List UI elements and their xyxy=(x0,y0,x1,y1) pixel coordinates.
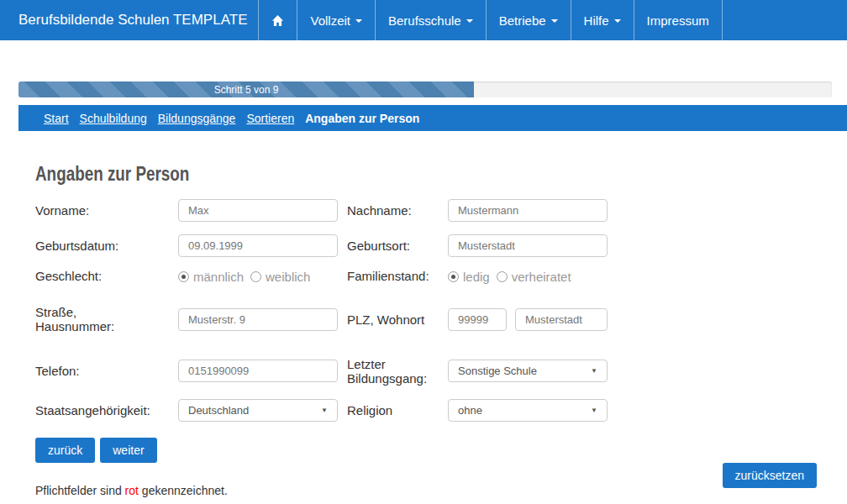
note-prefix: Pflichtfelder sind xyxy=(35,484,125,497)
page-title: Angaben zur Person xyxy=(35,163,676,186)
nav-buttons: zurück weiter xyxy=(35,438,817,463)
radio-selected-icon xyxy=(448,271,459,282)
nav-berufsschule[interactable]: Berufsschule xyxy=(375,0,486,40)
staatsangehoerigkeit-select[interactable]: Deutschland ▼ xyxy=(178,399,338,422)
caret-down-icon xyxy=(551,19,558,23)
row-name: Vorname: Nachname: xyxy=(35,199,817,222)
nav-betriebe[interactable]: Betriebe xyxy=(486,0,571,40)
radio-verheiratet[interactable]: verheiratet xyxy=(497,270,571,284)
strasse-input[interactable] xyxy=(178,308,338,331)
breadcrumb: Start Schulbildung Bildungsgänge Sortier… xyxy=(18,105,847,131)
nachname-label: Nachname: xyxy=(347,203,448,218)
radio-weiblich-label: weiblich xyxy=(266,270,310,284)
select-caret-icon: ▼ xyxy=(591,367,597,375)
breadcrumb-current: Angaben zur Person xyxy=(305,112,419,125)
top-navbar: Berufsbildende Schulen TEMPLATE Vollzeit… xyxy=(0,0,847,40)
familienstand-radio-group: ledig verheiratet xyxy=(448,270,608,284)
strasse-label-line2: Hausnummer: xyxy=(35,319,178,333)
row-nationality-religion: Staatsangehörigkeit: Deutschland ▼ Relig… xyxy=(35,399,817,422)
row-birth: Geburtsdatum: Geburtsort: xyxy=(35,234,817,257)
home-icon xyxy=(271,14,284,27)
breadcrumb-link-start[interactable]: Start xyxy=(44,112,69,125)
geschlecht-radio-group: männlich weiblich xyxy=(178,270,338,284)
religion-label: Religion xyxy=(347,403,448,417)
familienstand-label: Familienstand: xyxy=(347,269,448,283)
strasse-label: Straße, Hausnummer: xyxy=(35,305,178,334)
breadcrumb-link-sortieren[interactable]: Sortieren xyxy=(246,112,294,125)
nav-vollzeit-label: Vollzeit xyxy=(310,13,350,28)
breadcrumb-link-bildungsgaenge[interactable]: Bildungsgänge xyxy=(158,112,236,125)
nav-home[interactable] xyxy=(258,0,297,40)
radio-ledig[interactable]: ledig xyxy=(448,270,490,284)
bildungsgang-label-line2: Bildungsgang: xyxy=(347,371,448,386)
progress-bar: Schritt 5 von 9 xyxy=(18,81,474,97)
radio-verheiratet-label: verheiratet xyxy=(512,270,571,284)
radio-maennlich[interactable]: männlich xyxy=(178,270,244,284)
geburtsort-label: Geburtsort: xyxy=(347,239,448,253)
note-suffix: gekennzeichnet. xyxy=(139,484,228,497)
nav-hilfe-label: Hilfe xyxy=(584,13,609,28)
caret-down-icon xyxy=(355,19,362,23)
telefon-label: Telefon: xyxy=(35,364,178,378)
bildungsgang-label-line1: Letzter xyxy=(347,357,448,371)
plz-input[interactable] xyxy=(448,308,507,331)
note-highlight: rot xyxy=(125,484,139,497)
nav-hilfe[interactable]: Hilfe xyxy=(571,0,634,40)
wohnort-input[interactable] xyxy=(515,308,608,331)
religion-select-value: ohne xyxy=(458,404,482,417)
row-address: Straße, Hausnummer: PLZ, Wohnort xyxy=(35,305,817,334)
nav-betriebe-label: Betriebe xyxy=(499,13,546,28)
religion-select[interactable]: ohne ▼ xyxy=(448,399,608,422)
page: Berufsbildende Schulen TEMPLATE Vollzeit… xyxy=(0,0,847,504)
geburtsort-input[interactable] xyxy=(448,234,608,257)
form-section: Angaben zur Person Vorname: Nachname: Ge… xyxy=(35,163,817,463)
select-caret-icon: ▼ xyxy=(321,407,328,414)
radio-ledig-label: ledig xyxy=(463,270,490,284)
radio-maennlich-label: männlich xyxy=(193,270,244,284)
nav-berufsschule-label: Berufsschule xyxy=(388,13,461,28)
vorname-input[interactable] xyxy=(178,199,338,222)
radio-unselected-icon xyxy=(250,271,261,282)
radio-weiblich[interactable]: weiblich xyxy=(250,270,310,284)
brand-title: Berufsbildende Schulen TEMPLATE xyxy=(0,0,258,40)
bildungsgang-select-value: Sonstige Schule xyxy=(458,365,537,377)
nav-vollzeit[interactable]: Vollzeit xyxy=(297,0,375,40)
geburtsdatum-label: Geburtsdatum: xyxy=(35,239,178,253)
strasse-label-line1: Straße, xyxy=(35,305,178,319)
breadcrumb-link-schulbildung[interactable]: Schulbildung xyxy=(80,112,147,125)
nav-impressum-label: Impressum xyxy=(647,13,709,28)
required-fields-note: Pflichtfelder sind rot gekennzeichnet. xyxy=(35,484,228,497)
radio-unselected-icon xyxy=(497,271,508,282)
row-phone-education: Telefon: Letzter Bildungsgang: Sonstige … xyxy=(35,357,817,386)
geschlecht-label: Geschlecht: xyxy=(35,269,178,283)
radio-selected-icon xyxy=(178,271,189,282)
staatsangehoerigkeit-label: Staatsangehörigkeit: xyxy=(35,403,178,417)
nachname-input[interactable] xyxy=(448,199,608,222)
nav-impressum[interactable]: Impressum xyxy=(634,0,723,40)
caret-down-icon xyxy=(466,19,473,23)
reset-button[interactable]: zurücksetzen xyxy=(723,463,817,488)
progress-label: Schritt 5 von 9 xyxy=(214,84,279,96)
vorname-label: Vorname: xyxy=(35,203,178,218)
staatsangehoerigkeit-select-value: Deutschland xyxy=(188,404,249,417)
caret-down-icon xyxy=(614,19,621,23)
next-button[interactable]: weiter xyxy=(100,438,156,463)
telefon-input[interactable] xyxy=(178,360,338,382)
select-caret-icon: ▼ xyxy=(591,407,597,414)
progress-track: Schritt 5 von 9 xyxy=(18,81,832,97)
row-gender-marital: Geschlecht: männlich weiblich Familienst… xyxy=(35,267,817,286)
back-button[interactable]: zurück xyxy=(35,438,95,463)
plz-wohnort-label: PLZ, Wohnort xyxy=(347,312,448,327)
bildungsgang-label: Letzter Bildungsgang: xyxy=(347,357,448,386)
bildungsgang-select[interactable]: Sonstige Schule ▼ xyxy=(448,360,608,382)
geburtsdatum-input[interactable] xyxy=(178,234,338,257)
